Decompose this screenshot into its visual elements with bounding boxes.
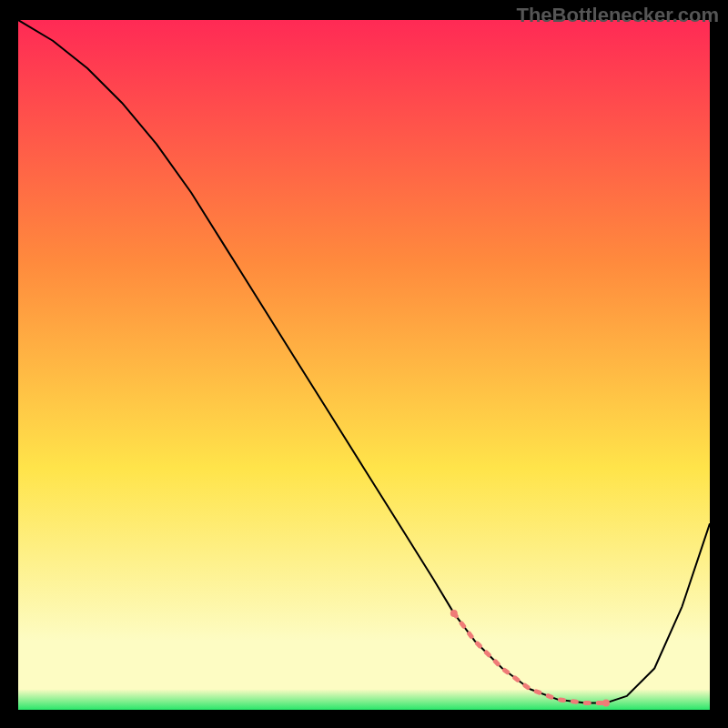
chart-plot-area [18, 20, 710, 710]
highlight-endpoint [450, 610, 458, 617]
watermark-text: TheBottlenecker.com [516, 4, 719, 27]
highlight-endpoint [602, 699, 610, 706]
bottleneck-chart [18, 20, 710, 710]
chart-background [18, 20, 710, 710]
